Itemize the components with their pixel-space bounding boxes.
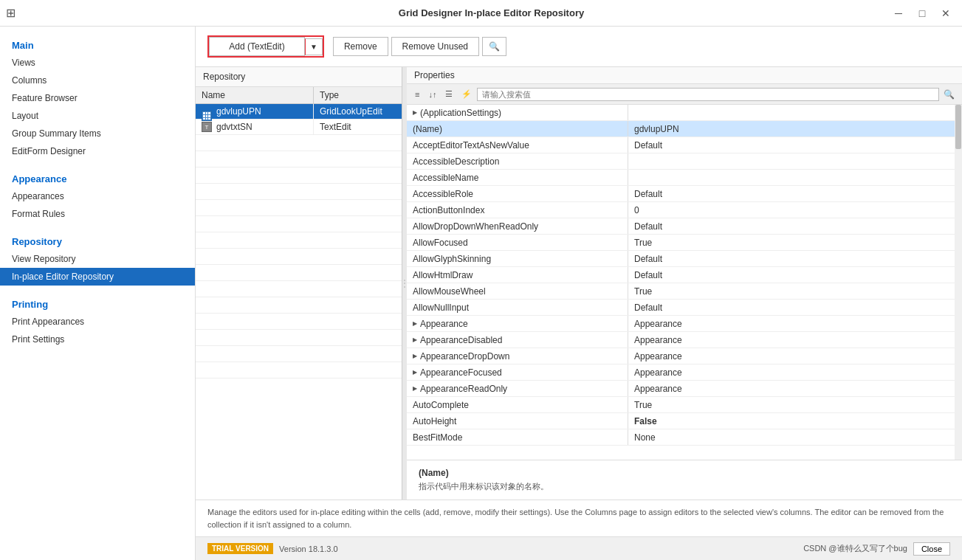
props-row[interactable]: AppearanceDropDown Appearance [407,348,955,364]
close-button[interactable]: ✕ [935,4,956,22]
table-row[interactable]: T gdvtxtSN TextEdit [196,120,402,135]
sidebar-item-print-appearances[interactable]: Print Appearances [0,313,195,331]
props-name-cell: AllowMouseWheel [407,283,628,299]
props-categorized-btn[interactable]: ≡ [411,88,423,101]
sidebar-item-editform[interactable]: EditForm Designer [0,142,195,160]
table-row [196,346,402,362]
props-name-cell: Appearance [407,316,628,331]
properties-toolbar: ≡ ↓↑ ☰ ⚡ 🔍 [407,84,962,105]
table-row [196,167,402,184]
repo-cell-type: TextEdit [314,120,402,134]
grid-lookup-icon [202,106,213,117]
table-row [196,249,402,265]
table-row [196,330,402,346]
search-button[interactable]: 🔍 [482,37,506,56]
props-value-cell: Appearance [628,348,955,364]
props-row[interactable]: AllowNullInput Default [407,300,955,316]
desc-title: (Name) [419,468,950,478]
props-row[interactable]: AllowGlyphSkinning Default [407,251,955,267]
props-row[interactable]: AllowFocused True [407,235,955,251]
sidebar-section-repository: Repository [0,230,195,250]
props-row[interactable]: AcceptEditorTextAsNewValue Default [407,137,955,153]
properties-search-input[interactable] [477,88,939,101]
props-value-cell: Default [628,251,955,266]
watermark-text: CSDN @谁特么又写了个bug [803,543,907,554]
add-textedit-button[interactable]: Add (TextEdit) [209,37,305,56]
props-value-cell: Default [628,267,955,283]
properties-table: (ApplicationSettings) (Name) gdvlupUPN A… [407,105,955,460]
add-button-group: Add (TextEdit) ▼ [207,35,324,58]
props-name-cell: (Name) [407,121,628,136]
desc-text: 指示代码中用来标识该对象的名称。 [419,481,950,492]
remove-button[interactable]: Remove [333,37,388,56]
props-name-cell: AutoHeight [407,413,628,429]
props-row[interactable]: BestFitMode None [407,429,955,446]
toolbar: Add (TextEdit) ▼ Remove Remove Unused 🔍 [196,27,962,67]
add-dropdown-button[interactable]: ▼ [305,38,323,55]
props-sort-btn[interactable]: ↓↑ [425,88,440,101]
props-value-cell: True [628,397,955,412]
props-row[interactable]: AllowDropDownWhenReadOnly Default [407,218,955,235]
info-text-area: Manage the editors used for in-place edi… [196,499,962,536]
sidebar-item-columns[interactable]: Columns [0,72,195,89]
repo-col-type: Type [314,87,402,103]
sidebar-item-inplace-editor-repository[interactable]: In-place Editor Repository [0,268,195,286]
props-value-cell: Default [628,300,955,315]
maximize-button[interactable]: □ [912,4,932,22]
props-row[interactable]: AccessibleDescription [407,153,955,170]
props-row[interactable]: ActionButtonIndex 0 [407,202,955,218]
props-name-cell: AppearanceDisabled [407,332,628,348]
props-row[interactable]: AutoComplete True [407,397,955,413]
table-row [196,216,402,232]
props-name-cell: BestFitMode [407,429,628,445]
props-value-cell: Default [628,186,955,201]
table-row [196,232,402,249]
props-value-cell [628,105,955,120]
props-row[interactable]: (Name) gdvlupUPN [407,121,955,137]
props-row[interactable]: AccessibleRole Default [407,186,955,202]
sidebar-item-layout[interactable]: Layout [0,107,195,125]
sidebar-item-views[interactable]: Views [0,54,195,72]
sidebar-item-feature-browser[interactable]: Feature Browser [0,89,195,107]
minimize-button[interactable]: ─ [888,4,909,22]
props-row[interactable]: AllowHtmlDraw Default [407,267,955,283]
properties-scrollbar[interactable] [955,105,962,460]
main-layout: Main Views Columns Feature Browser Layou… [0,27,962,560]
props-row[interactable]: AppearanceFocused Appearance [407,364,955,381]
remove-unused-button[interactable]: Remove Unused [391,37,479,56]
close-footer-button[interactable]: Close [913,542,950,556]
props-name-cell: AutoComplete [407,397,628,412]
props-value-cell: Appearance [628,332,955,348]
props-name-cell: AllowGlyphSkinning [407,251,628,266]
grid-designer-icon: ⊞ [6,6,16,20]
table-row [196,200,402,216]
trial-badge: TRIAL VERSION [207,543,273,554]
properties-panel: Properties ≡ ↓↑ ☰ ⚡ 🔍 (ApplicationSettin… [407,67,962,499]
props-events-btn[interactable]: ⚡ [458,87,475,101]
props-name-cell: ActionButtonIndex [407,202,628,218]
table-row [196,184,402,200]
props-grid-btn[interactable]: ☰ [442,87,456,101]
props-value-cell: False [628,413,955,429]
props-value-cell: True [628,235,955,250]
props-value-cell: Appearance [628,364,955,380]
props-row[interactable]: AppearanceDisabled Appearance [407,332,955,348]
props-row[interactable]: Appearance Appearance [407,316,955,332]
sidebar-item-view-repository[interactable]: View Repository [0,250,195,268]
props-name-cell: AcceptEditorTextAsNewValue [407,137,628,153]
props-row[interactable]: AccessibleName [407,170,955,186]
table-row [196,151,402,167]
props-row[interactable]: AutoHeight False [407,413,955,429]
sidebar-section-printing: Printing [0,293,195,313]
sidebar-item-group-summary[interactable]: Group Summary Items [0,125,195,142]
props-row[interactable]: (ApplicationSettings) [407,105,955,121]
table-row[interactable]: gdvlupUPN GridLookUpEdit [196,104,402,120]
sidebar-item-appearances[interactable]: Appearances [0,187,195,205]
props-row[interactable]: AppearanceReadOnly Appearance [407,381,955,397]
props-value-cell: gdvlupUPN [628,121,955,136]
sidebar-item-print-settings[interactable]: Print Settings [0,331,195,348]
props-name-cell: AllowNullInput [407,300,628,315]
props-row[interactable]: AllowMouseWheel True [407,283,955,300]
sidebar-item-format-rules[interactable]: Format Rules [0,205,195,223]
props-name-cell: AllowDropDownWhenReadOnly [407,218,628,234]
